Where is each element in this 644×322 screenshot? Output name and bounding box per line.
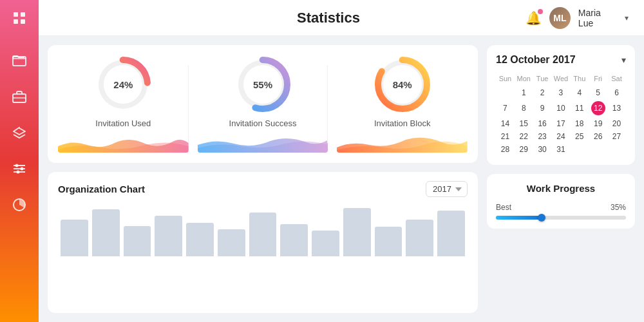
svg-point-12 xyxy=(17,171,20,174)
bar-chart-bar xyxy=(280,224,308,256)
cal-day[interactable]: 20 xyxy=(607,117,626,130)
sidebar-icon-grid[interactable] xyxy=(10,9,28,27)
donut-invitation-block: 84% xyxy=(374,55,431,113)
cal-day[interactable]: 25 xyxy=(570,130,589,143)
calendar-card: 12 October 2017 ▾ SunMonTueWedThuFriSat … xyxy=(487,45,635,165)
cal-day[interactable]: 18 xyxy=(570,117,589,130)
calendar-chevron[interactable]: ▾ xyxy=(621,55,626,65)
stat-title-block: Invitation Block xyxy=(374,118,430,128)
cal-day-header: Sun xyxy=(496,73,515,86)
cal-day[interactable]: 13 xyxy=(607,99,626,117)
donut-invitation-used: 24% xyxy=(94,55,152,113)
notification-dot xyxy=(538,9,543,14)
bar-chart-bar xyxy=(375,227,402,256)
sidebar-icon-chart[interactable] xyxy=(10,196,28,214)
cal-day-header: Wed xyxy=(552,73,571,86)
cal-day[interactable]: 3 xyxy=(552,86,571,99)
cal-day[interactable]: 27 xyxy=(607,130,626,143)
bar-chart-bar xyxy=(406,220,433,256)
donut-label-block: 84% xyxy=(393,79,412,90)
sidebar xyxy=(0,0,39,322)
donut-label-used: 24% xyxy=(113,79,133,90)
cal-day[interactable]: 19 xyxy=(589,117,607,130)
cal-day[interactable]: 28 xyxy=(496,143,515,156)
cal-day[interactable]: 22 xyxy=(515,130,533,143)
cal-day[interactable]: 11 xyxy=(570,99,589,117)
donut-invitation-success: 55% xyxy=(234,55,292,113)
org-title: Organization Chart xyxy=(58,184,145,194)
cal-day[interactable]: 14 xyxy=(496,117,515,130)
progress-pct: 35% xyxy=(611,203,626,212)
right-panel: 12 October 2017 ▾ SunMonTueWedThuFriSat … xyxy=(487,45,635,313)
cal-day[interactable]: 31 xyxy=(552,143,571,156)
main-content: Statistics 🔔 ML Maria Lue ▾ xyxy=(39,0,644,322)
bar-chart-bar xyxy=(249,213,277,256)
user-menu-chevron[interactable]: ▾ xyxy=(625,14,629,23)
cal-day[interactable]: 10 xyxy=(552,99,571,117)
sidebar-icon-folder[interactable] xyxy=(10,52,28,70)
header-right: 🔔 ML Maria Lue ▾ xyxy=(526,7,629,29)
bar-chart-bar xyxy=(155,216,182,256)
user-name: Maria Lue xyxy=(578,8,617,28)
left-panel: 24% Invitation Used xyxy=(48,45,478,313)
cal-day[interactable]: 21 xyxy=(496,130,515,143)
cal-day[interactable]: 16 xyxy=(533,117,552,130)
stat-card-invitation-used: 24% Invitation Used xyxy=(58,55,189,153)
wave-success xyxy=(198,133,328,153)
cal-day[interactable]: 5 xyxy=(589,86,607,99)
svg-rect-2 xyxy=(14,19,18,24)
bar-chart-bar xyxy=(343,208,371,256)
svg-point-10 xyxy=(15,164,19,167)
cal-day[interactable]: 29 xyxy=(515,143,533,156)
cal-day[interactable]: 6 xyxy=(607,86,626,99)
cal-day[interactable]: 26 xyxy=(589,130,607,143)
org-header: Organization Chart 2015 2016 2017 2018 xyxy=(58,181,468,197)
cal-day[interactable]: 24 xyxy=(552,130,571,143)
cal-day[interactable]: 30 xyxy=(533,143,552,156)
svg-rect-0 xyxy=(14,12,18,17)
cal-day[interactable]: 17 xyxy=(552,117,571,130)
cal-day[interactable]: 23 xyxy=(533,130,552,143)
bar-chart-bar xyxy=(186,223,214,256)
wave-used xyxy=(58,133,189,153)
sidebar-icon-layers[interactable] xyxy=(10,124,28,142)
cal-day[interactable]: 7 xyxy=(496,99,515,117)
progress-thumb[interactable] xyxy=(538,214,545,222)
cal-day[interactable]: 8 xyxy=(515,99,533,117)
bar-chart xyxy=(58,205,468,256)
progress-title: Work Progress xyxy=(496,183,626,194)
body-area: 24% Invitation Used xyxy=(39,36,644,322)
svg-rect-1 xyxy=(21,12,25,17)
cal-day[interactable]: 12 xyxy=(589,99,607,117)
header: Statistics 🔔 ML Maria Lue ▾ xyxy=(39,0,644,36)
sidebar-icon-briefcase[interactable] xyxy=(10,88,28,106)
stat-cards: 24% Invitation Used xyxy=(48,45,478,163)
cal-day-header: Mon xyxy=(515,73,533,86)
wave-block xyxy=(337,133,468,153)
cal-day-header: Fri xyxy=(589,73,607,86)
svg-rect-3 xyxy=(21,19,25,24)
cal-day[interactable]: 4 xyxy=(570,86,589,99)
cal-day[interactable]: 15 xyxy=(515,117,533,130)
year-select[interactable]: 2015 2016 2017 2018 xyxy=(426,181,468,197)
cal-day-header: Tue xyxy=(533,73,552,86)
bar-chart-bar xyxy=(92,209,120,256)
stat-card-invitation-block: 84% Invitation Block xyxy=(337,55,468,153)
bar-chart-bar xyxy=(312,231,339,256)
cal-day[interactable]: 9 xyxy=(533,99,552,117)
cal-day[interactable]: 2 xyxy=(533,86,552,99)
cal-day-header: Thu xyxy=(570,73,589,86)
calendar-grid: SunMonTueWedThuFriSat 123456789101112131… xyxy=(496,73,626,156)
notification-bell[interactable]: 🔔 xyxy=(526,10,542,26)
progress-fill xyxy=(496,216,542,220)
sidebar-icon-sliders[interactable] xyxy=(10,160,28,178)
avatar: ML xyxy=(549,7,571,29)
calendar-month: 12 October 2017 xyxy=(496,54,576,66)
work-progress-card: Work Progress Best 35% xyxy=(487,174,635,229)
cal-day[interactable]: 1 xyxy=(515,86,533,99)
progress-row: Best 35% xyxy=(496,203,626,212)
bar-chart-bar xyxy=(437,211,465,256)
progress-track xyxy=(496,216,626,220)
org-chart-section: Organization Chart 2015 2016 2017 2018 xyxy=(48,172,478,313)
donut-label-success: 55% xyxy=(253,79,272,90)
